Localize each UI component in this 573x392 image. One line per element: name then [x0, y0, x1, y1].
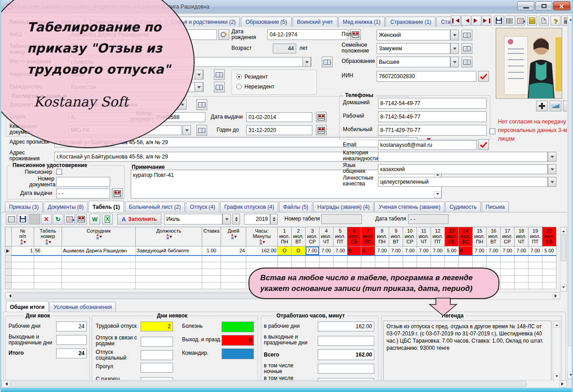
generate-number-button[interactable]: [218, 29, 229, 40]
save-icon[interactable]: [494, 16, 504, 26]
document-icon[interactable]: [539, 16, 549, 26]
day-cell[interactable]: 7.00: [389, 247, 403, 255]
day-header[interactable]: 14июл.ВС: [459, 227, 473, 247]
fill-button[interactable]: А Заполнить: [117, 214, 161, 225]
issuer-dropdown-icon[interactable]: [182, 125, 191, 135]
day-header[interactable]: 12июл.ПТ: [431, 227, 445, 247]
grid-icon[interactable]: [6, 214, 17, 225]
gender-dropdown-icon[interactable]: [450, 30, 459, 40]
tab-orders[interactable]: Приказы (3): [5, 202, 43, 212]
day-header[interactable]: 5июл.ПТ: [333, 227, 347, 247]
day-cell[interactable]: О: [278, 247, 292, 255]
close-button[interactable]: ✕: [553, 1, 570, 10]
legend-list-icon[interactable]: [64, 214, 75, 225]
day-header[interactable]: 19июл.ПТ: [529, 227, 542, 247]
disability-dropdown-icon[interactable]: [548, 152, 556, 162]
language-combo[interactable]: казахский: [378, 164, 548, 174]
day-header[interactable]: 3июл.СР: [306, 227, 320, 247]
day-header[interactable]: 18июл.ЧТ: [515, 227, 529, 247]
day-cell[interactable]: 7.00: [375, 247, 389, 255]
gender-combo[interactable]: Женский: [377, 30, 450, 40]
tab-military[interactable]: Воинский учет: [293, 17, 338, 27]
photo-add-button[interactable]: [536, 101, 548, 111]
day-cell[interactable]: 7.00: [320, 247, 333, 255]
day-cell[interactable]: 7.00: [333, 247, 347, 255]
pensioner-checkbox[interactable]: [56, 169, 62, 175]
day-cell[interactable]: В: [459, 247, 473, 255]
marital-dropdown-icon[interactable]: [450, 43, 459, 54]
tab-awards[interactable]: Награды (звания) (4): [313, 202, 373, 212]
tab-degree[interactable]: Ученая степень (звание): [374, 202, 444, 212]
marital-book-icon[interactable]: [462, 43, 472, 54]
citizenship-book-icon[interactable]: [214, 82, 225, 92]
day-cell[interactable]: 7.00: [403, 247, 417, 255]
tab-vacation-schedule[interactable]: График отпусков (4): [220, 202, 278, 212]
col-header[interactable]: ДолжностьАЯ: [136, 227, 202, 247]
calendar-grid-icon[interactable]: [76, 214, 87, 225]
prev-record-button[interactable]: [461, 16, 471, 26]
day-header[interactable]: 11июл.ЧТ: [417, 227, 431, 247]
birthplace-book-icon[interactable]: [322, 57, 333, 67]
iin-field[interactable]: 760720302830: [377, 71, 476, 82]
next-record-button[interactable]: [471, 16, 481, 26]
window-hscroll[interactable]: [1, 380, 567, 388]
tab-conviction[interactable]: Судимость: [445, 202, 481, 212]
col-header[interactable]: Ставка: [202, 227, 221, 247]
month-spinner[interactable]: [232, 214, 240, 225]
day-header[interactable]: 16июл.ВТ: [487, 227, 501, 247]
pension-date-field[interactable]: - -: [56, 189, 110, 198]
month-combo[interactable]: Июль: [164, 214, 222, 225]
language-dropdown-icon[interactable]: [548, 164, 556, 174]
day-cell[interactable]: В: [347, 247, 361, 255]
day-cell[interactable]: 5.00: [542, 247, 556, 255]
valid-field[interactable]: 31-12-2020: [246, 125, 312, 135]
day-cell[interactable]: 7.00: [501, 247, 515, 255]
day-header[interactable]: 15июл.ПН: [473, 227, 487, 247]
issued-field[interactable]: 01-02-2014: [246, 112, 312, 122]
iin-check-icon[interactable]: [478, 71, 489, 82]
day-cell[interactable]: 7.00: [487, 247, 501, 255]
email-check-icon[interactable]: [478, 139, 489, 150]
day-cell[interactable]: В: [361, 247, 375, 255]
tab-insurance[interactable]: Страхование (1): [386, 17, 435, 27]
excel-export-icon[interactable]: X: [102, 214, 113, 225]
refresh-icon[interactable]: ↻: [53, 214, 63, 225]
day-header[interactable]: 13июл.СБ: [445, 227, 459, 247]
day-cell[interactable]: 7.00: [306, 247, 320, 255]
issued-calendar-icon[interactable]: [316, 112, 327, 122]
education-book-icon[interactable]: [462, 57, 472, 67]
year-field[interactable]: 2019: [244, 214, 270, 225]
day-header[interactable]: 6июл.СБ: [347, 227, 361, 247]
list-report-icon[interactable]: [515, 16, 525, 26]
tab-education[interactable]: Образование (5): [241, 17, 291, 27]
legend-scrollbar[interactable]: [553, 321, 560, 380]
tab-vacation[interactable]: Отпуск (4): [186, 202, 219, 212]
col-header[interactable]: СотрудникАЯ: [62, 227, 136, 247]
month-dropdown-icon[interactable]: [222, 214, 231, 225]
save-timesheet-icon[interactable]: [18, 214, 28, 225]
qualities-combo[interactable]: целеустремленный: [378, 177, 548, 187]
gender-book-icon[interactable]: [462, 30, 472, 40]
work-phone-field[interactable]: 8-7142-54-49-77: [378, 111, 487, 122]
help-icon[interactable]: ?: [551, 16, 560, 26]
timesheet-row[interactable]: 156Ашимова Дарига РашидовнЗаведующий биб…: [5, 247, 556, 255]
qualities-dropdown-icon[interactable]: [548, 177, 556, 187]
citizenship-dropdown-icon[interactable]: [195, 82, 203, 92]
issuer-book-icon[interactable]: [196, 125, 207, 136]
col-header[interactable]: №п/пАЯ: [12, 227, 34, 247]
minimize-button[interactable]: [517, 1, 534, 10]
first-record-button[interactable]: [451, 16, 461, 26]
tab-letters[interactable]: Письма: [482, 202, 509, 212]
tab-summary-legend[interactable]: Условные обозначения: [49, 302, 116, 312]
birth-calendar-icon[interactable]: [350, 29, 361, 40]
col-header[interactable]: ДнейАЯ: [221, 227, 246, 247]
day-header[interactable]: 2июл.ВТ: [292, 227, 306, 247]
mobile-phone-field[interactable]: 8-771-429-70-77: [378, 125, 487, 136]
maximize-button[interactable]: [535, 1, 552, 10]
word-export-icon[interactable]: W: [89, 214, 100, 225]
col-header[interactable]: Часы:МинутыАЯ: [246, 227, 278, 247]
day-cell[interactable]: 7.00: [473, 247, 487, 255]
day-header[interactable]: 20июл.СБ: [542, 227, 556, 247]
last-record-button[interactable]: [482, 16, 492, 26]
day-header[interactable]: 4июл.ЧТ: [320, 227, 333, 247]
